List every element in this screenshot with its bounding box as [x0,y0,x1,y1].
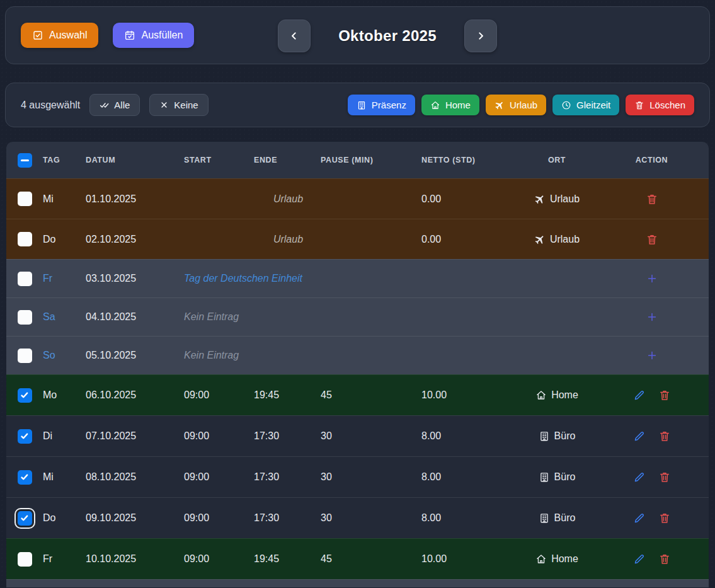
day-cell: Mi [43,471,86,483]
edit-button[interactable] [633,553,646,565]
edit-button[interactable] [633,389,646,401]
pencil-icon [633,430,646,442]
check-square-icon [32,30,43,41]
ort-label: Home [551,553,578,565]
plane-icon [532,231,547,247]
pause-cell: 30 [321,430,421,442]
edit-button[interactable] [633,430,646,442]
add-button[interactable] [646,349,658,362]
date-cell: 06.10.2025 [86,389,184,401]
row-checkbox[interactable] [18,388,32,403]
delete-button[interactable] [646,193,658,205]
start-cell: 09:00 [184,553,254,565]
trash-icon [658,553,671,565]
action-cell [595,512,709,524]
ort-cell: Büro [519,430,595,442]
delete-button[interactable] [658,553,671,565]
column-header-6: ORT [519,156,595,164]
pause-cell: 30 [321,471,421,483]
prev-month-button[interactable] [278,20,311,52]
plane-icon [493,98,507,112]
table-row-02.10.2025: Do02.10.2025Urlaub0.00Urlaub [6,219,709,259]
table-row-06.10.2025: Mo06.10.202509:0019:454510.00Home [6,374,709,415]
delete-button[interactable] [658,389,671,401]
row-checkbox[interactable] [18,192,32,206]
month-navigation: Oktober 2025 [278,20,497,52]
table-row-10.10.2025: Fr10.10.202509:0019:454510.00Home [6,538,709,579]
row-checkbox[interactable] [18,310,32,325]
date-cell: 05.10.2025 [86,350,184,361]
bulk-action-label: Urlaub [510,100,537,110]
day-cell: Di [43,430,86,442]
add-button[interactable] [646,272,658,285]
delete-button[interactable] [658,430,671,442]
ort-cell: Home [519,389,595,401]
building-icon [539,430,550,442]
table-row-04.10.2025: Sa04.10.2025Kein Eintrag [6,297,709,336]
select-all-checkbox[interactable] [18,153,32,168]
table-row-03.10.2025: Fr03.10.2025Tag der Deutschen Einheit [6,259,709,297]
column-header-2: START [184,156,254,164]
edit-button[interactable] [633,471,646,483]
calendar-check-icon [124,30,135,41]
row-checkbox[interactable] [18,429,32,444]
check-icon [20,390,30,400]
pencil-icon [633,553,646,565]
add-button[interactable] [646,311,658,323]
trash-icon [634,100,644,110]
column-header-5: NETTO (STD) [421,156,519,164]
row-checkbox[interactable] [18,552,32,567]
row-checkbox[interactable] [18,232,32,246]
row-checkbox[interactable] [18,470,32,485]
table-row-08.10.2025: Mi08.10.202509:0017:30308.00Büro [6,456,709,497]
date-cell: 01.10.2025 [86,193,184,205]
ende-cell: 19:45 [254,389,321,401]
day-cell: So [43,350,86,361]
table-row-09.10.2025: Do09.10.202509:0017:30308.00Büro [6,497,709,538]
ort-cell: Büro [519,471,595,483]
start-cell: 09:00 [184,512,254,524]
plus-icon [646,272,658,285]
ort-label: Home [551,389,578,401]
select-none-button[interactable]: Keine [149,94,208,116]
home-icon [535,389,547,401]
home-button[interactable]: Home [421,95,479,115]
table-row-05.10.2025: So05.10.2025Kein Eintrag [6,336,709,374]
pause-cell: 45 [321,389,421,401]
edit-button[interactable] [633,512,646,524]
start-cell: 09:00 [184,471,254,483]
ausfuellen-button[interactable]: Ausfüllen [113,23,194,48]
ort-cell: Home [519,553,595,565]
ausfuellen-label: Ausfüllen [141,30,183,41]
building-icon [357,100,367,110]
check-icon [20,472,30,482]
column-header-4: PAUSE (MIN) [321,156,421,164]
row-checkbox[interactable] [18,349,32,363]
row-checkbox[interactable] [18,511,32,526]
delete-button[interactable] [658,471,671,483]
delete-button[interactable] [646,233,658,246]
urlaub-button[interactable]: Urlaub [486,95,546,115]
netto-cell: 8.00 [421,430,519,442]
select-all-button[interactable]: Alle [89,94,140,116]
auswahl-button[interactable]: Auswahl [21,23,98,48]
column-header-7: ACTION [595,156,709,164]
netto-cell: 0.00 [421,193,519,205]
timesheet-table: TAGDATUMSTARTENDEPAUSE (MIN)NETTO (STD)O… [6,142,709,587]
table-row-01.10.2025: Mi01.10.2025Urlaub0.00Urlaub [6,178,709,219]
plane-icon [532,191,547,207]
next-month-button[interactable] [464,20,497,52]
gleitzeit-button[interactable]: Gleitzeit [552,95,619,115]
pencil-icon [633,389,646,401]
trash-icon [658,471,671,483]
row-checkbox[interactable] [18,272,32,286]
ende-cell: 17:30 [254,471,321,483]
delete-button[interactable] [658,512,671,524]
building-icon [539,512,550,524]
ort-label: Büro [554,471,576,483]
day-cell: Mi [43,193,86,205]
selected-count: 4 ausgewählt [21,100,80,111]
loeschen-button[interactable]: Löschen [626,95,694,115]
praesenz-button[interactable]: Präsenz [348,95,415,115]
ort-label: Büro [554,512,576,524]
